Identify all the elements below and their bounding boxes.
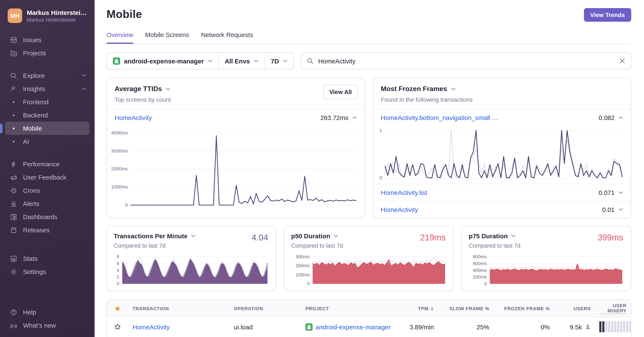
svg-text:0: 0 bbox=[484, 281, 487, 286]
sidebar-item-label: User Feedback bbox=[23, 174, 66, 181]
transaction-link[interactable]: HomeActivity bbox=[132, 323, 170, 331]
card-title: Most Frozen Frames bbox=[381, 85, 447, 93]
sidebar-item-frontend[interactable]: Frontend bbox=[5, 95, 90, 108]
svg-text:0: 0 bbox=[125, 202, 128, 208]
search-box[interactable] bbox=[301, 52, 631, 69]
svg-text:200ms: 200ms bbox=[296, 263, 310, 268]
column-slow-frame[interactable]: Slow Frame % bbox=[438, 306, 494, 311]
date-range-label: 7D bbox=[271, 57, 279, 64]
view-trends-button[interactable]: View Trends bbox=[584, 8, 631, 22]
performance-icon bbox=[9, 160, 18, 168]
frozen-row-expanded[interactable]: HomeActivity.bottom_navigation_small … 0… bbox=[373, 109, 631, 126]
chevron-down-icon bbox=[254, 59, 258, 62]
sidebar-item-insights[interactable]: Insights bbox=[5, 82, 90, 95]
tab-bar: Overview Mobile Screens Network Requests bbox=[106, 31, 631, 44]
frozen-row[interactable]: HomeActivity.list 0.071 bbox=[373, 184, 631, 201]
tab-mobile-screens[interactable]: Mobile Screens bbox=[145, 31, 189, 43]
sidebar-item-issues[interactable]: Issues bbox=[5, 33, 90, 46]
table-header: TransactionOperationProjectTPMSlow Frame… bbox=[107, 300, 631, 317]
svg-text:4: 4 bbox=[117, 268, 119, 273]
card-title: Average TTIDs bbox=[114, 85, 162, 93]
nav-group: IssuesProjects bbox=[5, 33, 90, 59]
svg-text:2: 2 bbox=[117, 274, 119, 280]
column-user-misery[interactable]: User Misery bbox=[595, 303, 631, 314]
chevron-down-icon[interactable] bbox=[166, 87, 170, 90]
p75-value: 399ms bbox=[598, 233, 623, 243]
sidebar-item-settings[interactable]: Settings bbox=[5, 265, 90, 278]
nav-group: HelpWhat's new bbox=[5, 306, 90, 332]
environment-selector[interactable]: All Envs bbox=[218, 53, 264, 69]
chevron-down-icon[interactable] bbox=[618, 208, 623, 211]
column-tpm[interactable]: TPM bbox=[398, 306, 438, 311]
project-selector[interactable]: android-expense-manager bbox=[107, 53, 218, 69]
view-all-button[interactable]: View All bbox=[323, 85, 358, 99]
sidebar-item-dashboards[interactable]: Dashboards bbox=[5, 210, 90, 223]
environment-selector-label: All Envs bbox=[225, 57, 250, 64]
column-frozen-frame[interactable]: Frozen Frame % bbox=[494, 306, 554, 311]
star-column-header[interactable] bbox=[107, 305, 128, 312]
page-header: Mobile View Trends Overview Mobile Scree… bbox=[94, 0, 644, 44]
column-users[interactable]: Users bbox=[554, 306, 595, 311]
transaction-link[interactable]: HomeActivity bbox=[114, 114, 152, 121]
sidebar-item-alerts[interactable]: Alerts bbox=[5, 197, 90, 210]
sidebar-item-stats[interactable]: Stats bbox=[5, 252, 90, 265]
chevron-down-icon[interactable] bbox=[334, 235, 338, 237]
tab-overview[interactable]: Overview bbox=[106, 31, 133, 43]
project-selector-label: android-expense-manager bbox=[124, 57, 204, 64]
sidebar-item-crons[interactable]: Crons bbox=[5, 184, 90, 197]
page-title: Mobile bbox=[106, 8, 631, 21]
alerts-icon bbox=[9, 200, 18, 207]
chevron-down-icon[interactable] bbox=[511, 235, 516, 237]
star-toggle[interactable] bbox=[114, 323, 121, 330]
sidebar-item-backend[interactable]: Backend bbox=[5, 108, 90, 122]
transaction-link[interactable]: HomeActivity.bottom_navigation_small … bbox=[381, 114, 498, 121]
user-menu[interactable]: MH Markus Hintersteiner Markus Hinterste… bbox=[0, 8, 94, 23]
sidebar-item-mobile[interactable]: Mobile bbox=[5, 122, 90, 135]
svg-text:100ms: 100ms bbox=[296, 272, 310, 278]
settings-icon bbox=[9, 268, 18, 276]
user-misery-bar bbox=[599, 321, 631, 332]
bullet-icon bbox=[9, 101, 18, 103]
transaction-link[interactable]: HomeActivity.list bbox=[381, 189, 427, 196]
sidebar-item-releases[interactable]: Releases bbox=[5, 223, 90, 237]
sidebar-nav: IssuesProjectsExploreInsightsFrontendBac… bbox=[0, 33, 94, 332]
svg-text:1000ms: 1000ms bbox=[111, 184, 128, 190]
issues-icon bbox=[9, 36, 18, 44]
date-range-selector[interactable]: 7D bbox=[264, 53, 294, 69]
whatsnew-icon bbox=[9, 322, 18, 329]
feedback-icon bbox=[9, 173, 18, 181]
clear-search-icon[interactable] bbox=[620, 58, 625, 63]
stats-icon bbox=[9, 255, 18, 262]
column-operation[interactable]: Operation bbox=[230, 306, 301, 311]
sort-desc-icon bbox=[430, 306, 434, 311]
cell-operation: ui.load bbox=[230, 323, 301, 331]
chevron-down-icon[interactable] bbox=[191, 235, 196, 237]
bullet-icon bbox=[9, 114, 18, 116]
tab-network-requests[interactable]: Network Requests bbox=[201, 31, 253, 43]
sidebar-item-explore[interactable]: Explore bbox=[5, 69, 90, 82]
search-input[interactable] bbox=[317, 57, 616, 65]
sidebar-item-label: Mobile bbox=[23, 125, 42, 132]
sidebar-item-help[interactable]: Help bbox=[5, 306, 90, 319]
sidebar-item-label: AI bbox=[23, 138, 29, 145]
sidebar-item-projects[interactable]: Projects bbox=[5, 46, 90, 59]
sidebar: MH Markus Hintersteiner Markus Hinterste… bbox=[0, 0, 94, 337]
project-link[interactable]: android-expense-manager bbox=[316, 323, 390, 331]
column-project[interactable]: Project bbox=[301, 306, 398, 311]
sidebar-item-user-feedback[interactable]: User Feedback bbox=[5, 171, 90, 184]
column-transaction[interactable]: Transaction bbox=[128, 306, 230, 311]
p50-value: 219ms bbox=[420, 233, 446, 243]
chevron-down-icon[interactable] bbox=[451, 87, 456, 90]
chevron-up-icon[interactable] bbox=[618, 116, 623, 119]
sidebar-item-what-s-new[interactable]: What's new bbox=[5, 319, 90, 332]
ttid-transaction-row[interactable]: HomeActivity 263.72ms bbox=[107, 109, 364, 126]
cell-tpm: 3.89/min bbox=[398, 323, 438, 331]
frozen-row[interactable]: HomeActivity 0.01 bbox=[373, 201, 631, 218]
transaction-link[interactable]: HomeActivity bbox=[381, 206, 418, 213]
card-title: p50 Duration bbox=[291, 232, 330, 240]
chevron-down-icon[interactable] bbox=[618, 191, 623, 194]
sidebar-item-label: Frontend bbox=[23, 98, 48, 105]
sidebar-item-performance[interactable]: Performance bbox=[5, 157, 90, 171]
sidebar-item-ai[interactable]: AI bbox=[5, 135, 90, 148]
chevron-up-icon[interactable] bbox=[352, 116, 357, 119]
